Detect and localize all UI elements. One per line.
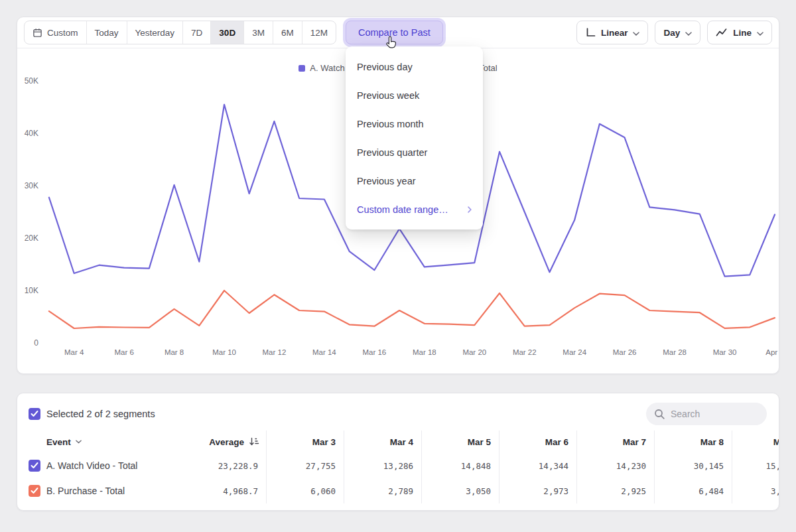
menu-item-previous-month[interactable]: Previous month [346,109,483,138]
menu-item-custom-date-range[interactable]: Custom date range… [346,195,483,224]
toolbar: CustomTodayYesterday7D30D3M6M12M Compare… [17,17,779,48]
table-value: 23,228.9 [188,453,266,478]
sort-icon[interactable] [249,437,259,446]
selected-count-label: Selected 2 of 2 segments [46,409,155,419]
date-range-label: 30D [219,28,235,38]
svg-text:Mar 30: Mar 30 [713,348,737,356]
chevron-down-icon [76,440,82,444]
scale-dropdown[interactable]: Linear [576,21,649,44]
scale-label: Linear [601,28,628,38]
search-input[interactable] [646,403,767,425]
select-all-checkbox[interactable] [29,408,40,420]
column-header-label: M [773,437,779,447]
compare-wrap: Compare to Past Previous dayPrevious wee… [346,21,443,44]
line-chart-icon [716,28,728,37]
date-range-label: 6M [281,28,294,38]
svg-text:Mar 22: Mar 22 [513,348,537,356]
date-range-button-30d[interactable]: 30D [210,21,243,44]
column-header-mar-7: Mar 7 [576,431,654,453]
table-value: 30,145 [654,453,732,478]
table-value: 2,973 [499,478,576,503]
table-value: 3, [732,478,779,503]
date-range-label: Yesterday [135,28,175,38]
chevron-down-icon [633,28,639,38]
segment-row-label-a: A. Watch Video - Total [17,453,188,478]
table-value: 4,968.7 [188,478,266,503]
column-header-average[interactable]: Average [188,431,266,453]
svg-text:50K: 50K [25,76,38,86]
date-range-label: 7D [191,28,202,38]
column-header-event[interactable]: Event [17,431,188,453]
compare-to-past-button[interactable]: Compare to Past [346,21,443,44]
date-range-label: 12M [310,28,328,38]
column-header-mar-3: Mar 3 [266,431,344,453]
column-header-label: Mar 3 [312,437,336,447]
svg-text:40K: 40K [25,129,38,138]
granularity-dropdown[interactable]: Day [655,21,700,44]
svg-text:Mar 16: Mar 16 [363,348,387,356]
chart-card: CustomTodayYesterday7D30D3M6M12M Compare… [17,17,779,374]
table-value: 6,484 [654,478,732,503]
segments-table: EventAverageMar 3Mar 4Mar 5Mar 6Mar 7Mar… [17,431,779,503]
menu-item-previous-year[interactable]: Previous year [346,166,483,195]
column-header-label: Mar 6 [545,437,568,447]
chart-type-label: Line [733,28,752,38]
segment-name: B. Purchase - Total [46,486,125,496]
chevron-right-icon [468,206,472,213]
date-range-button-3m[interactable]: 3M [243,21,273,44]
date-range-button-7d[interactable]: 7D [182,21,210,44]
column-header-label: Mar 5 [468,437,491,447]
menu-item-previous-quarter[interactable]: Previous quarter [346,138,483,166]
column-header-mar-4: Mar 4 [344,431,421,453]
calendar-icon [33,28,42,38]
date-range-label: Today [95,28,119,38]
legend-swatch [298,65,305,72]
svg-text:Mar 28: Mar 28 [663,348,687,356]
svg-text:Mar 26: Mar 26 [613,348,637,356]
segments-header: Selected 2 of 2 segments [17,401,779,427]
svg-text:Mar 18: Mar 18 [413,348,436,356]
column-header-label: Average [209,437,244,447]
table-value: 14,344 [499,453,576,478]
svg-text:Mar 12: Mar 12 [263,348,287,356]
column-header-label: Event [46,437,71,447]
chart-controls: Linear Day Line [576,21,772,44]
svg-text:Mar 4: Mar 4 [64,348,84,356]
segments-card: Selected 2 of 2 segments EventAverageMar… [17,393,779,511]
segment-checkbox[interactable] [29,460,40,472]
menu-item-label: Previous year [357,176,416,186]
svg-text:Mar 8: Mar 8 [165,348,184,356]
menu-item-label: Previous quarter [357,147,427,158]
chevron-down-icon [757,28,763,38]
svg-text:10K: 10K [25,286,38,295]
search-box [646,403,767,425]
svg-text:Mar 20: Mar 20 [462,348,486,356]
table-value: 3,050 [421,478,499,503]
insights-page: CustomTodayYesterday7D30D3M6M12M Compare… [17,17,779,511]
svg-text:Mar 6: Mar 6 [114,348,133,356]
column-header-mar-5: Mar 5 [421,431,499,453]
segment-checkbox[interactable] [29,485,40,497]
date-range-button-12m[interactable]: 12M [302,21,336,44]
table-value: 15, [732,453,779,478]
menu-item-label: Custom date range… [357,204,448,215]
date-range-label: 3M [252,28,265,38]
date-range-button-yesterday[interactable]: Yesterday [127,21,183,44]
table-value: 14,230 [576,453,654,478]
date-range-label: Custom [47,28,78,38]
date-range-group: CustomTodayYesterday7D30D3M6M12M [24,21,336,44]
menu-item-previous-week[interactable]: Previous week [346,81,483,109]
compare-to-past-menu: Previous dayPrevious weekPrevious monthP… [346,46,483,230]
date-range-button-6m[interactable]: 6M [273,21,302,44]
table-value: 13,286 [344,453,421,478]
granularity-label: Day [663,28,680,38]
chart-type-dropdown[interactable]: Line [707,21,772,44]
date-range-button-custom[interactable]: Custom [25,21,86,44]
date-range-button-today[interactable]: Today [86,21,127,44]
table-value: 2,925 [576,478,654,503]
table-value: 14,848 [421,453,499,478]
column-header-m: M [732,431,779,453]
menu-item-label: Previous week [357,90,419,101]
menu-item-previous-day[interactable]: Previous day [346,52,483,81]
column-header-mar-8: Mar 8 [654,431,732,453]
